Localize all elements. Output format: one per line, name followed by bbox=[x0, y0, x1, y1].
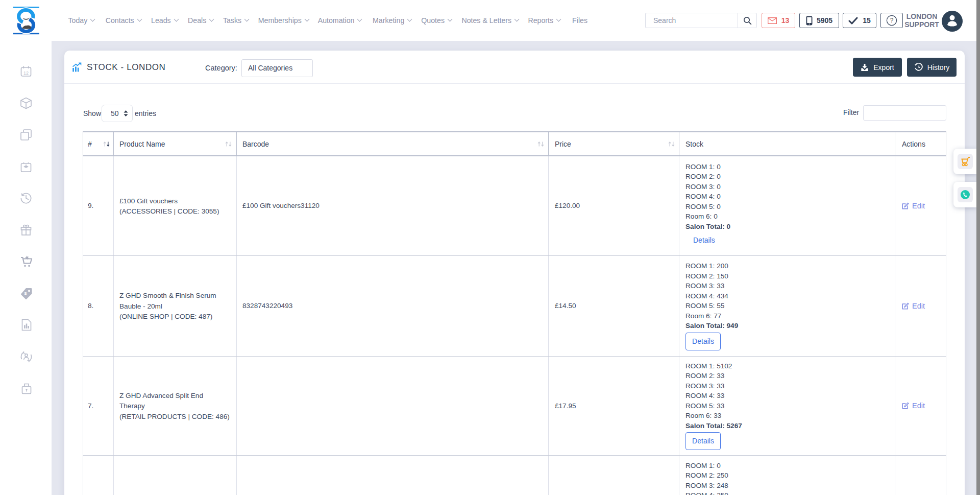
svg-text:?: ? bbox=[890, 17, 894, 24]
svg-text:12: 12 bbox=[23, 70, 29, 76]
svg-text:S: S bbox=[24, 291, 27, 296]
